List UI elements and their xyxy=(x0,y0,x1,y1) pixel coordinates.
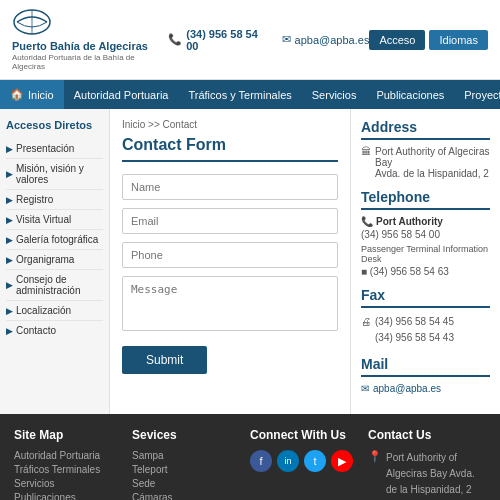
nav-publicaciones-label: Publicaciones xyxy=(376,89,444,101)
submit-button[interactable]: Submit xyxy=(122,346,207,374)
nav-traficos-label: Tráficos y Terminales xyxy=(188,89,291,101)
nav-autoridad[interactable]: Autoridad Portuaria xyxy=(64,80,179,109)
arrow-icon: ▶ xyxy=(6,306,13,316)
sitemap-title: Site Map xyxy=(14,428,132,442)
phone-passenger-label: Passenger Terminal Information Desk xyxy=(361,244,490,264)
nav-publicaciones[interactable]: Publicaciones xyxy=(366,80,454,109)
sidebar-item-visita[interactable]: ▶ Visita Virtual xyxy=(6,210,103,230)
footer-contact: Contact Us 📍 Port Authority of Algeciras… xyxy=(368,428,486,500)
linkedin-icon[interactable]: in xyxy=(277,450,299,472)
arrow-icon: ▶ xyxy=(6,169,13,179)
logo-sub: Autoridad Portuaria de la Bahía de Algec… xyxy=(12,53,168,71)
bullet-icon: ■ xyxy=(361,266,370,277)
youtube-icon[interactable]: ▶ xyxy=(331,450,353,472)
footer-nav: Site Map Autoridad Portuaria Tráficos Te… xyxy=(0,414,500,500)
arrow-icon: ▶ xyxy=(6,255,13,265)
sidebar-item-consejo[interactable]: ▶ Consejo de administración xyxy=(6,270,103,301)
sidebar-item-organigrama[interactable]: ▶ Organigrama xyxy=(6,250,103,270)
address-title: Address xyxy=(361,119,490,140)
mail-icon: ✉ xyxy=(361,383,369,394)
name-input[interactable] xyxy=(122,174,338,200)
logo-name: Puerto Bahía de Algeciras xyxy=(12,40,168,53)
sitemap-link-0[interactable]: Autoridad Portuaria xyxy=(14,450,132,461)
nav-proyectos-label: Proyectos xyxy=(464,89,500,101)
sidebar-item-presentacion[interactable]: ▶ Presentación xyxy=(6,139,103,159)
email-icon: ✉ xyxy=(282,33,291,46)
header-buttons: Acceso Idiomas xyxy=(369,30,488,50)
connect-title: Connect With Us xyxy=(250,428,368,442)
header-email-address: apba@apba.es xyxy=(295,34,370,46)
phone-input[interactable] xyxy=(122,242,338,268)
sidebar-item-contacto[interactable]: ▶ Contacto xyxy=(6,321,103,340)
main-content: Inicio >> Contact Contact Form Submit xyxy=(110,109,350,414)
acceso-button[interactable]: Acceso xyxy=(369,30,425,50)
building-icon: 🏛 xyxy=(361,146,371,157)
sidebar-item-localizacion[interactable]: ▶ Localización xyxy=(6,301,103,321)
fax-num2: (34) 956 58 54 43 xyxy=(375,330,454,346)
phone-authority-num: (34) 956 58 54 00 xyxy=(361,229,490,240)
social-icons: f in t ▶ xyxy=(250,450,368,472)
mail-info: ✉ apba@apba.es xyxy=(361,383,490,394)
header: Puerto Bahía de Algeciras Autoridad Port… xyxy=(0,0,500,80)
facebook-icon[interactable]: f xyxy=(250,450,272,472)
arrow-icon: ▶ xyxy=(6,215,13,225)
sidebar-item-label: Visita Virtual xyxy=(16,214,71,225)
header-phone-number: (34) 956 58 54 00 xyxy=(186,28,271,52)
address-line1: Port Authority of Algeciras Bay xyxy=(375,146,490,168)
nav-traficos[interactable]: Tráficos y Terminales xyxy=(178,80,301,109)
services-link-3[interactable]: Cámaras xyxy=(132,492,250,500)
sitemap-link-2[interactable]: Servicios xyxy=(14,478,132,489)
nav-servicios-label: Servicios xyxy=(312,89,357,101)
sitemap-link-1[interactable]: Tráficos Terminales xyxy=(14,464,132,475)
address-info: 🏛 Port Authority of Algeciras Bay Avda. … xyxy=(361,146,490,179)
services-title: Sevices xyxy=(132,428,250,442)
sidebar-item-mision[interactable]: ▶ Misión, visión y valores xyxy=(6,159,103,190)
address-section: Address 🏛 Port Authority of Algeciras Ba… xyxy=(361,119,490,179)
sidebar-item-label: Misión, visión y valores xyxy=(16,163,103,185)
nav-inicio-label: Inicio xyxy=(28,89,54,101)
phone-icon: 📞 xyxy=(168,33,182,46)
sidebar-item-registro[interactable]: ▶ Registro xyxy=(6,190,103,210)
location-icon: 📍 xyxy=(368,450,382,463)
sidebar-item-galeria[interactable]: ▶ Galería fotográfica xyxy=(6,230,103,250)
footer-services: Sevices Sampa Teleport Sede Cámaras PPS xyxy=(132,428,250,500)
services-link-0[interactable]: Sampa xyxy=(132,450,250,461)
telephone-title: Telephone xyxy=(361,189,490,210)
idiomas-button[interactable]: Idiomas xyxy=(429,30,488,50)
home-icon: 🏠 xyxy=(10,88,24,101)
sidebar-item-label: Localización xyxy=(16,305,71,316)
message-input[interactable] xyxy=(122,276,338,331)
email-input[interactable] xyxy=(122,208,338,234)
sidebar-title: Accesos Diretos xyxy=(6,119,103,131)
fax-numbers: 🖨 (34) 956 58 54 45 (34) 956 58 54 43 xyxy=(361,314,490,346)
nav-autoridad-label: Autoridad Portuaria xyxy=(74,89,169,101)
sidebar-item-label: Presentación xyxy=(16,143,74,154)
arrow-icon: ▶ xyxy=(6,280,13,290)
main-nav: 🏠 Inicio Autoridad Portuaria Tráficos y … xyxy=(0,80,500,109)
sitemap-link-3[interactable]: Publicaciones xyxy=(14,492,132,500)
form-title: Contact Form xyxy=(122,136,338,162)
sidebar-item-label: Registro xyxy=(16,194,53,205)
right-panel: Address 🏛 Port Authority of Algeciras Ba… xyxy=(350,109,500,414)
arrow-icon: ▶ xyxy=(6,195,13,205)
sidebar: Accesos Diretos ▶ Presentación ▶ Misión,… xyxy=(0,109,110,414)
twitter-icon[interactable]: t xyxy=(304,450,326,472)
arrow-icon: ▶ xyxy=(6,326,13,336)
header-phone: 📞 (34) 956 58 54 00 xyxy=(168,28,271,52)
phone-authority-label: Port Authority xyxy=(376,216,443,227)
services-link-1[interactable]: Teleport xyxy=(132,464,250,475)
footer-contact-address: 📍 Port Authority of Algeciras Bay Avda. … xyxy=(368,450,486,498)
sidebar-item-label: Galería fotográfica xyxy=(16,234,98,245)
fax-title: Fax xyxy=(361,287,490,308)
mail-section: Mail ✉ apba@apba.es xyxy=(361,356,490,394)
nav-servicios[interactable]: Servicios xyxy=(302,80,367,109)
services-link-2[interactable]: Sede xyxy=(132,478,250,489)
header-contact-info: 📞 (34) 956 58 54 00 ✉ apba@apba.es xyxy=(168,28,369,52)
logo-svg xyxy=(12,8,92,40)
mail-title: Mail xyxy=(361,356,490,377)
nav-inicio[interactable]: 🏠 Inicio xyxy=(0,80,64,109)
nav-proyectos[interactable]: Proyectos xyxy=(454,80,500,109)
sidebar-item-label: Consejo de administración xyxy=(16,274,103,296)
contact-title: Contact Us xyxy=(368,428,486,442)
sidebar-item-label: Organigrama xyxy=(16,254,74,265)
